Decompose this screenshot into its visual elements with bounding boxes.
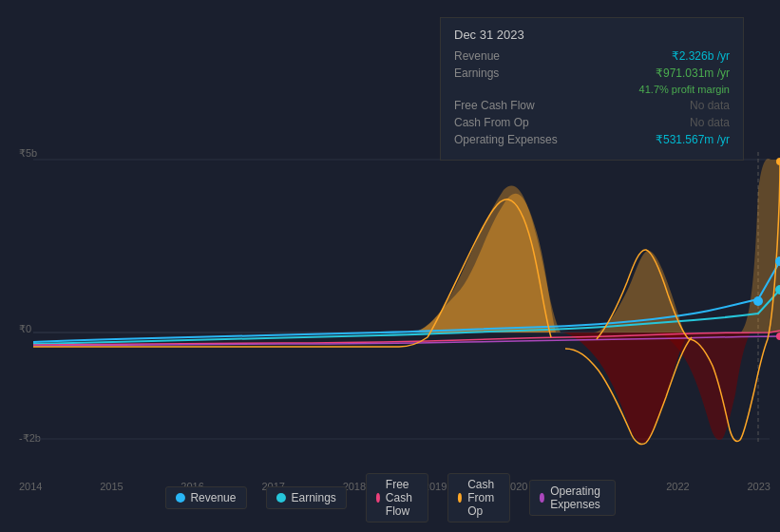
legend-earnings[interactable]: Earnings	[265, 486, 346, 509]
legend-opex-label: Operating Expenses	[550, 484, 604, 511]
tooltip-revenue-row: Revenue ₹2.326b /yr	[454, 49, 730, 63]
tooltip-opex-value: ₹531.567m /yr	[656, 133, 730, 146]
x-label-2022: 2022	[666, 481, 689, 492]
legend-revenue-label: Revenue	[190, 491, 236, 504]
tooltip-cashop-label: Cash From Op	[454, 116, 559, 129]
legend-fcf-dot	[376, 493, 380, 503]
tooltip-cashop-row: Cash From Op No data	[454, 116, 730, 129]
tooltip-revenue-value: ₹2.326b /yr	[672, 49, 730, 63]
tooltip-opex-label: Operating Expenses	[454, 133, 559, 146]
tooltip-earnings-row: Earnings ₹971.031m /yr	[454, 66, 730, 80]
tooltip-earnings-value: ₹971.031m /yr	[656, 66, 730, 80]
x-label-2015: 2015	[100, 481, 123, 492]
tooltip: Dec 31 2023 Revenue ₹2.326b /yr Earnings…	[440, 17, 744, 161]
legend-opex[interactable]: Operating Expenses	[529, 480, 616, 516]
legend: Revenue Earnings Free Cash Flow Cash Fro…	[164, 473, 615, 522]
legend-cashop-label: Cash From Op	[467, 478, 500, 518]
tooltip-revenue-label: Revenue	[454, 49, 559, 63]
legend-cashop[interactable]: Cash From Op	[447, 473, 510, 522]
legend-revenue-dot	[175, 493, 184, 503]
chart-container: Dec 31 2023 Revenue ₹2.326b /yr Earnings…	[0, 0, 780, 532]
tooltip-profit-margin-value: 41.7% profit margin	[639, 84, 730, 95]
svg-point-8	[753, 296, 763, 306]
tooltip-cashop-value: No data	[690, 116, 730, 129]
tooltip-profit-margin-row: 41.7% profit margin	[454, 84, 730, 95]
legend-opex-dot	[540, 493, 544, 503]
tooltip-opex-row: Operating Expenses ₹531.567m /yr	[454, 133, 730, 146]
tooltip-earnings-label: Earnings	[454, 66, 559, 80]
tooltip-fcf-label: Free Cash Flow	[454, 99, 559, 112]
svg-point-6	[776, 332, 780, 340]
tooltip-fcf-row: Free Cash Flow No data	[454, 99, 730, 112]
legend-fcf[interactable]: Free Cash Flow	[366, 473, 428, 522]
legend-fcf-label: Free Cash Flow	[386, 478, 418, 518]
legend-cashop-dot	[458, 493, 462, 503]
x-label-2023: 2023	[747, 481, 770, 492]
tooltip-fcf-value: No data	[690, 99, 730, 112]
tooltip-date: Dec 31 2023	[454, 28, 730, 42]
x-label-2014: 2014	[19, 481, 42, 492]
legend-earnings-label: Earnings	[291, 491, 335, 504]
legend-revenue[interactable]: Revenue	[164, 486, 246, 509]
legend-earnings-dot	[276, 493, 285, 503]
